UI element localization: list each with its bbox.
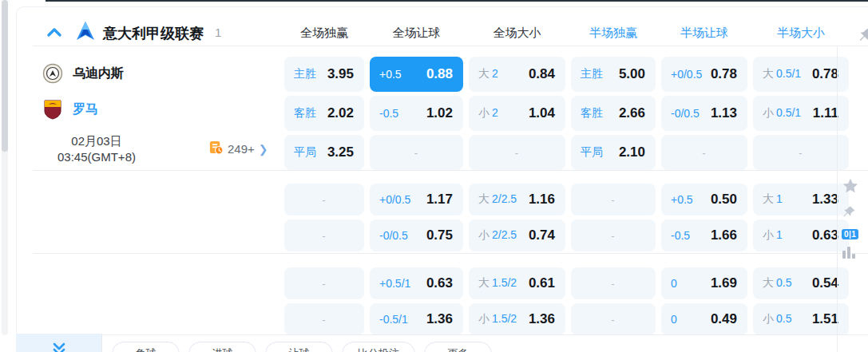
pin-icon[interactable] xyxy=(842,204,857,223)
odds-label: +0.5/1 xyxy=(379,277,410,290)
line-value: 0.5 xyxy=(776,312,791,325)
odds-cell-empty[interactable]: - xyxy=(370,135,463,170)
odds-cell-half-handicap-home[interactable]: +0/0.50.78 xyxy=(661,57,747,92)
under-label: 小 xyxy=(763,312,774,325)
footer-pill-5[interactable]: 更多 xyxy=(424,342,492,352)
under-label: 小 xyxy=(763,106,774,119)
away-team-row[interactable]: 罗马 xyxy=(42,99,98,120)
page-scrollbar[interactable] xyxy=(2,0,8,335)
footer-pill-1[interactable]: 角球 xyxy=(112,342,180,352)
odds-cell-full-handicap-away[interactable]: -0.51.02 xyxy=(370,96,463,131)
home-team-row[interactable]: 乌迪内斯 xyxy=(42,63,124,84)
odds-cell-half-over[interactable]: 大11.33 xyxy=(753,184,849,216)
odds-cell-full-win-home[interactable]: 主胜3.95 xyxy=(284,57,364,92)
odds-cell-half-over[interactable]: 大0.5/10.78 xyxy=(753,57,849,92)
collapse-chevron-up-icon[interactable] xyxy=(46,24,63,42)
footer-pill-4[interactable]: 比分投注 xyxy=(342,342,415,352)
odds-cell-half-under[interactable]: 小0.51.51 xyxy=(753,303,849,335)
odds-cell-full-over[interactable]: 大1.5/20.61 xyxy=(469,267,565,299)
over-label: 大 xyxy=(478,276,489,289)
empty-dash: - xyxy=(414,147,418,159)
over-label: 大 xyxy=(763,276,774,289)
odds-value: 1.69 xyxy=(711,275,737,291)
odds-cell-empty[interactable]: - xyxy=(571,184,656,216)
odds-cell-full-under[interactable]: 小21.04 xyxy=(469,96,565,131)
odds-cell-half-under[interactable]: 小10.63 xyxy=(753,220,849,251)
odds-cell-full-handicap-home-selected[interactable]: +0.50.88 xyxy=(370,57,463,92)
odds-value: 2.66 xyxy=(619,105,645,121)
odds-cell-half-handicap-away[interactable]: -0/0.51.13 xyxy=(661,96,747,131)
market-column-headers: 全场独赢 全场让球 全场大小 半场独赢 半场让球 半场大小 xyxy=(284,26,849,41)
odds-cell-empty[interactable]: - xyxy=(571,267,656,299)
odds-cell-half-handicap-away[interactable]: 00.49 xyxy=(661,303,747,335)
odds-cell-full-over[interactable]: 大20.84 xyxy=(469,57,565,92)
odds-cell-half-handicap-home[interactable]: 01.69 xyxy=(661,267,747,299)
odds-label: 0 xyxy=(671,313,677,326)
collapse-panel-button[interactable] xyxy=(16,334,101,352)
odds-value: 1.11 xyxy=(813,105,838,121)
empty-dash: - xyxy=(611,278,614,290)
odds-cell-half-over[interactable]: 大0.50.54 xyxy=(753,267,849,299)
column-header-half-win: 半场独赢 xyxy=(571,26,656,41)
odds-label: -0.5 xyxy=(671,229,690,242)
league-odds-card: 意大利甲级联赛 1 全场独赢 全场让球 全场大小 半场独赢 半场让球 半场大小 … xyxy=(16,6,868,352)
odds-value: 2.02 xyxy=(327,105,354,121)
odds-cell-half-under[interactable]: 小0.5/11.11 xyxy=(753,96,849,131)
scrollbar-thumb[interactable] xyxy=(2,0,8,152)
odds-value: 1.16 xyxy=(529,192,555,208)
odds-cell-half-draw[interactable]: 平局2.10 xyxy=(571,135,656,170)
pin-icon[interactable] xyxy=(858,26,868,47)
odds-cell-empty[interactable]: - xyxy=(284,267,364,299)
odds-cell-full-over[interactable]: 大2/2.51.16 xyxy=(469,184,565,216)
stats-bar-chart-icon[interactable] xyxy=(842,246,858,262)
odds-label: 平局 xyxy=(294,145,316,160)
odds-cell-half-handicap-away[interactable]: -0.51.66 xyxy=(661,220,747,251)
odds-label: 主胜 xyxy=(581,67,603,81)
odds-cell-full-draw[interactable]: 平局3.25 xyxy=(284,135,364,170)
under-label: 小 xyxy=(478,106,489,119)
odds-cell-half-win-home[interactable]: 主胜5.00 xyxy=(571,57,656,92)
column-header-half-handicap: 半场让球 xyxy=(661,26,747,41)
odds-cell-empty[interactable]: - xyxy=(284,220,364,251)
odds-cell-empty[interactable]: - xyxy=(571,303,656,335)
odds-cell-empty[interactable]: - xyxy=(284,184,364,216)
league-title: 意大利甲级联赛 xyxy=(103,24,204,43)
line-value: 1 xyxy=(776,192,783,205)
line-value: 1 xyxy=(776,228,783,241)
odds-label: -0/0.5 xyxy=(379,229,408,242)
footer-pill-2[interactable]: 进球 xyxy=(188,342,256,352)
more-markets-link[interactable]: 249+ ❯ xyxy=(208,140,268,158)
line-value: 0.5/1 xyxy=(776,106,801,119)
odds-cell-full-handicap-away[interactable]: -0.5/11.36 xyxy=(370,303,463,335)
odds-cell-empty[interactable]: - xyxy=(571,220,656,251)
odds-cell-half-win-away[interactable]: 客胜2.66 xyxy=(571,96,656,131)
score-badge[interactable]: 0|1 xyxy=(842,229,858,239)
odds-value: 0.63 xyxy=(812,227,838,243)
odds-label: -0.5 xyxy=(379,107,398,120)
empty-dash: - xyxy=(799,147,802,159)
empty-dash: - xyxy=(611,230,614,242)
odds-cell-full-under[interactable]: 小2/2.50.74 xyxy=(469,220,565,251)
odds-cell-empty[interactable]: - xyxy=(284,303,364,335)
odds-cell-full-handicap-home[interactable]: +0.5/10.63 xyxy=(370,267,463,299)
empty-dash: - xyxy=(322,194,325,206)
favorite-star-icon[interactable] xyxy=(842,177,859,198)
empty-dash: - xyxy=(515,147,518,159)
odds-cell-empty[interactable]: - xyxy=(661,135,747,170)
line-value: 1.5/2 xyxy=(492,276,517,289)
empty-dash: - xyxy=(611,194,614,206)
odds-cell-empty[interactable]: - xyxy=(469,135,565,170)
footer-pill-3[interactable]: 让球 xyxy=(265,342,333,352)
odds-cell-full-handicap-home[interactable]: +0/0.51.17 xyxy=(370,184,463,216)
odds-cell-full-under[interactable]: 小1.5/21.36 xyxy=(469,303,565,335)
line-value: 2 xyxy=(492,67,498,80)
odds-cell-half-handicap-home[interactable]: +0.50.50 xyxy=(661,184,747,216)
odds-section-line2: - +0/0.51.17 大2/2.51.16 - +0.50.50 大11.3… xyxy=(284,184,853,251)
odds-cell-full-handicap-away[interactable]: -0/0.50.75 xyxy=(370,220,463,251)
odds-cell-empty[interactable]: - xyxy=(753,135,849,170)
empty-dash: - xyxy=(322,314,325,326)
odds-label: 0 xyxy=(671,277,677,290)
footer-divider xyxy=(33,334,868,335)
over-label: 大 xyxy=(763,192,774,205)
odds-cell-full-win-away[interactable]: 客胜2.02 xyxy=(284,96,364,131)
